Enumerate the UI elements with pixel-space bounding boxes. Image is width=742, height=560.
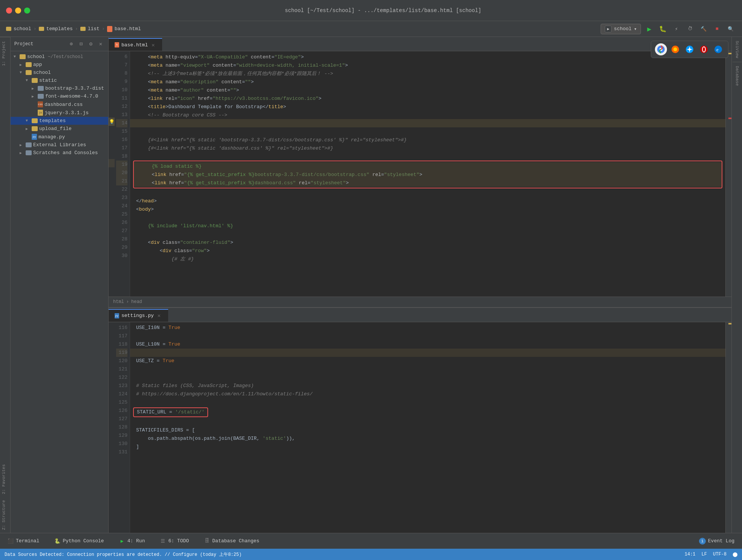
code-line-128: STATICFILES_DIRS = [ (130, 426, 725, 435)
tree-item-dashboard-css[interactable]: ▶ css dashboard.css (11, 100, 108, 109)
stop-button[interactable]: ■ (712, 24, 722, 34)
code-line-14 (130, 119, 725, 127)
code-line-8: <!-- 上述3个meta标签*必须*放在最前面，任何其他内容都*必须*跟随其后… (130, 69, 725, 78)
editor-area: h base.html ✕ (109, 37, 731, 533)
tree-item-fontawesome[interactable]: ▶ font-awesome-4.7.0 (11, 92, 108, 100)
breadcrumb-bar: school › templates › list › base.html ▶ … (0, 21, 742, 37)
code-line-122 (130, 373, 725, 382)
terminal-tool[interactable]: ⬛ Terminal (5, 537, 42, 546)
tab-close-base-html[interactable]: ✕ (150, 42, 156, 48)
tab-base-html[interactable]: h base.html ✕ (109, 38, 162, 51)
lower-line-numbers: 116 117 118 119 120 121 122 123 124 125 … (109, 322, 130, 533)
title-bar: school [~/Test/school] - .../templates/l… (0, 0, 742, 21)
event-log-badge: 1 (699, 538, 706, 545)
project-title: Project (14, 41, 33, 47)
python-console-icon: 🐍 (54, 538, 60, 544)
debug-button[interactable]: 🐛 (658, 24, 668, 34)
tree-item-upload-file[interactable]: ▶ upload_file (11, 125, 108, 133)
todo-icon: ☰ (160, 538, 166, 544)
run-config-dropdown[interactable]: ▶ school ▾ (601, 24, 641, 34)
window-title: school [~/Test/school] - .../templates/l… (285, 8, 481, 14)
code-line-23: </head> (130, 197, 725, 205)
breadcrumb-file[interactable]: base.html (115, 26, 141, 32)
breadcrumb-templates[interactable]: templates (46, 26, 73, 32)
python-console-tool[interactable]: 🐍 Python Console (51, 537, 107, 546)
opera-icon[interactable] (698, 43, 710, 55)
lower-code-content[interactable]: USE_I10N = True USE_L10N = True USE_TZ =… (130, 322, 725, 533)
code-line-16: {#<link href="{% static 'bootstrap-3.3.7… (130, 136, 725, 144)
code-line-26: {% include 'list/nav.html' %} (130, 222, 725, 230)
search-button[interactable]: 🔍 (725, 24, 736, 34)
run-tool[interactable]: ▶ 4: Run (116, 537, 148, 546)
red-border-box-lower: STATIC_URL = '/static/' (133, 407, 208, 417)
upper-editor-tabs: h base.html ✕ (109, 37, 731, 51)
red-border-box-upper: {% load static %} <link href="{% get_sta… (133, 161, 722, 188)
code-line-10: <meta name="author" content=""> (130, 86, 725, 94)
code-line-7: <meta name="viewport" content="width=dev… (130, 61, 725, 69)
structure-panel-label[interactable]: Z: Structure (0, 497, 10, 533)
code-line-27 (130, 230, 725, 238)
tree-item-external-libs[interactable]: ▶ External Libraries (11, 141, 108, 149)
code-line-30: {# 左 #} (130, 255, 725, 263)
tree-item-scratches[interactable]: ▶ Scratches and Consoles (11, 149, 108, 157)
code-line-22 (130, 188, 725, 197)
profile-button[interactable]: ⏱ (685, 24, 695, 34)
tree-item-app[interactable]: ▶ app (11, 61, 108, 69)
db-changes-tool[interactable]: 🗄 Database Changes (201, 537, 262, 546)
traffic-lights (6, 8, 30, 14)
project-tool-settings[interactable]: ⚙ (87, 40, 95, 48)
code-line-131 (130, 451, 725, 459)
project-tool-close[interactable]: ✕ (97, 40, 104, 48)
upper-line-numbers: 💡 (109, 51, 130, 297)
tab-settings-py[interactable]: py settings.py ✕ (109, 309, 168, 322)
run-button[interactable]: ▶ (644, 24, 655, 34)
close-button[interactable] (6, 8, 12, 14)
database-panel-label[interactable]: Database (733, 62, 742, 90)
breadcrumb-school[interactable]: school (14, 26, 31, 32)
edge-icon[interactable]: e (712, 43, 724, 55)
status-bar-right: 14:1 LF UTF-8 ⬤ (685, 552, 737, 557)
project-panel-label[interactable]: 1: Project (0, 37, 10, 69)
tree-item-manage-py[interactable]: ▶ py manage.py (11, 133, 108, 141)
todo-tool[interactable]: ☰ 6: TODO (157, 537, 192, 546)
coverage-button[interactable]: ⚡ (671, 24, 682, 34)
minimize-button[interactable] (15, 8, 21, 14)
scroll-gutter-lower (725, 322, 731, 533)
project-tools: ⊕ ⊟ ⚙ ✕ (67, 40, 104, 48)
chrome-icon[interactable] (655, 43, 667, 55)
main-content: 1: Project 2: Favorites Z: Structure Pro… (0, 37, 742, 533)
code-line-18 (130, 152, 725, 161)
firefox-icon[interactable] (669, 43, 681, 55)
tab-close-settings-py[interactable]: ✕ (156, 313, 162, 319)
breadcrumb-list[interactable]: list (88, 26, 100, 32)
maximize-button[interactable] (24, 8, 30, 14)
code-line-117 (130, 332, 725, 340)
upper-code-content[interactable]: <meta http-equiv="X-UA-Compatible" conte… (130, 51, 725, 297)
side-panels-left: 1: Project 2: Favorites Z: Structure (0, 37, 11, 533)
project-tool-collapse[interactable]: ⊟ (77, 40, 85, 48)
line-ending: LF (702, 552, 707, 557)
run-icon: ▶ (119, 538, 125, 544)
code-line-9: <meta name="description" content=""> (130, 78, 725, 86)
code-line-129: os.path.abspath(os.path.join(BASE_DIR, '… (130, 435, 725, 443)
scroll-marker-red (728, 118, 731, 119)
code-line-125 (130, 398, 725, 407)
sciview-panel-label[interactable]: SciView (733, 37, 742, 62)
tree-item-jquery-js[interactable]: ▶ js jquery-3.3.1.js (11, 109, 108, 117)
tree-item-static[interactable]: ▼ static (11, 77, 108, 84)
tree-item-bootstrap[interactable]: ▶ bootstrap-3.3.7-dist (11, 84, 108, 92)
tree-item-templates[interactable]: ▼ templates (11, 117, 108, 125)
lower-editor-tabs: py settings.py ✕ (109, 308, 731, 322)
tree-item-school[interactable]: ▼ school (11, 69, 108, 77)
code-line-123: # Static files (CSS, JavaScript, Images) (130, 382, 725, 390)
favorites-panel-label[interactable]: 2: Favorites (0, 461, 10, 497)
tree-item-school-root[interactable]: ▼ school ~/Test/school (11, 53, 108, 61)
safari-icon[interactable] (684, 43, 696, 55)
code-line-29: <div class="row"> (130, 246, 725, 255)
event-log-tool[interactable]: 1 Event Log (696, 536, 737, 546)
build-button[interactable]: 🔨 (698, 24, 709, 34)
code-line-118: USE_L10N = True (130, 340, 725, 349)
status-message: Data Sources Detected: Connection proper… (5, 551, 242, 558)
project-tool-add[interactable]: ⊕ (67, 40, 75, 48)
code-line-11: <link rel="icon" href="https://v3.bootcs… (130, 94, 725, 103)
